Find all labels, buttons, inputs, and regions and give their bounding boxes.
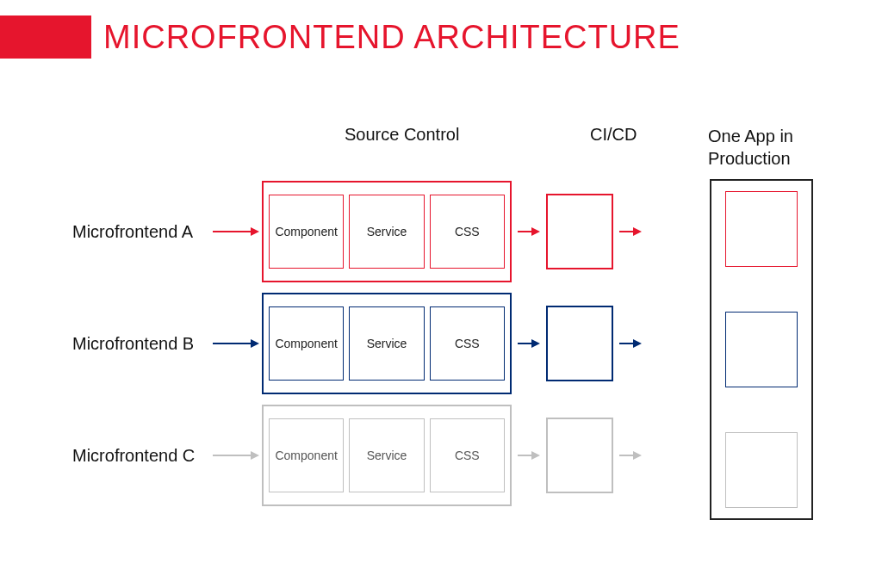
prod-box-a: [725, 191, 798, 267]
diagram: Microfrontend A Component Service CSS Mi…: [72, 181, 822, 517]
production-column: [710, 179, 813, 520]
arrow-icon: [210, 226, 262, 238]
cicd-box-b: [546, 306, 613, 381]
svg-marker-1: [251, 227, 259, 236]
service-box: Service: [349, 418, 424, 492]
svg-marker-15: [531, 451, 540, 460]
service-box: Service: [349, 306, 424, 381]
col-label-prod: One App in Production: [708, 125, 811, 170]
component-box: Component: [269, 306, 344, 381]
cicd-box-a: [546, 194, 613, 269]
source-box-b: Component Service CSS: [262, 293, 512, 394]
cicd-box-c: [546, 418, 613, 493]
arrow-icon: [512, 226, 546, 238]
row-b-label: Microfrontend B: [72, 334, 210, 354]
col-label-cicd: CI/CD: [590, 125, 637, 145]
svg-marker-7: [251, 339, 259, 348]
svg-marker-13: [251, 451, 259, 460]
col-label-source: Source Control: [345, 125, 459, 145]
component-box: Component: [269, 418, 344, 492]
svg-marker-5: [633, 227, 642, 236]
accent-block: [0, 15, 91, 59]
arrow-icon: [512, 449, 546, 461]
row-a-label: Microfrontend A: [72, 222, 210, 242]
svg-marker-9: [531, 339, 540, 348]
prod-box-c: [725, 432, 798, 508]
arrow-icon: [613, 449, 648, 461]
svg-marker-3: [531, 227, 540, 236]
header: MICROFRONTEND ARCHITECTURE: [0, 0, 882, 59]
arrow-icon: [613, 226, 648, 238]
arrow-icon: [210, 337, 262, 350]
page-title: MICROFRONTEND ARCHITECTURE: [103, 19, 680, 56]
css-box: CSS: [430, 418, 505, 492]
svg-marker-17: [633, 451, 642, 460]
svg-marker-11: [633, 339, 642, 348]
css-box: CSS: [430, 306, 505, 381]
arrow-icon: [613, 337, 648, 350]
source-box-a: Component Service CSS: [262, 181, 512, 282]
row-c-label: Microfrontend C: [72, 446, 210, 466]
prod-box-b: [725, 312, 798, 387]
service-box: Service: [349, 195, 424, 269]
source-box-c: Component Service CSS: [262, 405, 512, 506]
arrow-icon: [210, 449, 262, 461]
component-box: Component: [269, 195, 344, 269]
css-box: CSS: [430, 195, 505, 269]
arrow-icon: [512, 337, 546, 350]
